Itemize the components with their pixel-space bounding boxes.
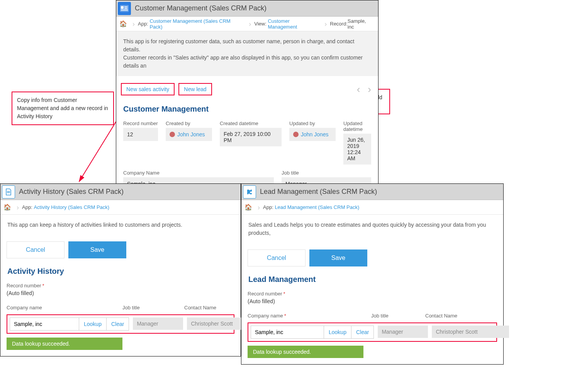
lbl-job-title: Job title xyxy=(282,170,371,176)
lbl-record-number: Record number* xyxy=(7,283,234,288)
lbl-company: Company Name xyxy=(123,170,274,176)
auto-filled-text: (Auto filled) xyxy=(7,290,234,296)
app-icon-id-card xyxy=(118,2,131,15)
bc-app-prefix: App: xyxy=(22,204,32,210)
chevron-right-icon: › xyxy=(324,20,327,27)
bc-record: Sample, inc xyxy=(348,18,373,30)
button-row-left: Cancel Save xyxy=(0,235,241,265)
next-record-icon[interactable]: › xyxy=(368,83,371,95)
app-description-right: Sales and Leads helps you to create esti… xyxy=(241,215,503,243)
lbl-created-by: Created by xyxy=(166,120,212,126)
cancel-button[interactable]: Cancel xyxy=(7,241,64,258)
cancel-button[interactable]: Cancel xyxy=(248,249,306,266)
desc-line2: Customer records in "Sales activity" app… xyxy=(123,54,371,70)
app-icon-puzzle xyxy=(243,185,256,199)
section-title: Customer Management xyxy=(116,102,378,117)
val-created-dt: Feb 27, 2019 10:00 PM xyxy=(220,128,282,146)
breadcrumb-top: 🏠 ›App: Customer Management (Sales CRM P… xyxy=(116,17,378,31)
bc-app-link[interactable]: Customer Management (Sales CRM Pack) xyxy=(149,18,244,30)
panel-lead-management: Lead Management (Sales CRM Pack) 🏠 ›App:… xyxy=(241,183,504,365)
lbl-created-dt: Created datetime xyxy=(220,120,282,126)
panel-activity-history: Activity History (Sales CRM Pack) 🏠 ›App… xyxy=(0,183,241,356)
save-button[interactable]: Save xyxy=(309,249,367,266)
avatar-icon xyxy=(170,132,175,137)
section-title-left: Activity History xyxy=(0,265,241,280)
desc-line1: This app is for registering customer dat… xyxy=(123,37,371,54)
action-row: New sales activity New lead ‹ › xyxy=(116,76,378,102)
val-record-number: 12 xyxy=(123,128,158,141)
bc-record-prefix: Record: xyxy=(330,21,348,27)
section-title-right: Lead Management xyxy=(241,273,503,288)
lbl-job-title: Job title xyxy=(122,305,169,311)
new-lead-button[interactable]: New lead xyxy=(178,83,212,95)
svg-rect-7 xyxy=(7,191,10,192)
chevron-right-icon: › xyxy=(249,20,251,27)
svg-rect-6 xyxy=(121,10,128,10)
save-button[interactable]: Save xyxy=(68,241,126,258)
lbl-contact: Contact Name xyxy=(425,313,457,319)
app-description: This app is for registering customer dat… xyxy=(116,31,378,76)
lookup-success-message: Data lookup succeeded. xyxy=(248,346,363,358)
home-icon[interactable]: 🏠 xyxy=(119,20,127,27)
lbl-company: Company name xyxy=(7,305,107,311)
button-row-right: Cancel Save xyxy=(241,243,503,273)
val-updated-by: John Jones xyxy=(289,128,336,141)
prev-record-icon[interactable]: ‹ xyxy=(357,83,360,95)
bc-app-link[interactable]: Activity History (Sales CRM Pack) xyxy=(34,204,109,210)
svg-rect-5 xyxy=(124,8,127,9)
chevron-right-icon: › xyxy=(132,20,135,27)
bc-app-prefix: App: xyxy=(138,21,148,27)
bc-app-prefix: App: xyxy=(263,204,273,210)
svg-rect-3 xyxy=(121,6,124,9)
chevron-right-icon: › xyxy=(258,204,260,211)
lbl-updated-by: Updated by xyxy=(289,120,336,126)
lbl-record-number: Record number* xyxy=(248,291,497,297)
bc-app-link[interactable]: Lead Management (Sales CRM Pack) xyxy=(275,204,359,210)
new-sales-activity-button[interactable]: New sales activity xyxy=(121,83,175,95)
val-job-title: Manager xyxy=(133,317,183,330)
lookup-button[interactable]: Lookup xyxy=(324,326,351,339)
val-updated-dt: Jun 26, 2019 12:24 AM xyxy=(343,134,371,165)
clear-button[interactable]: Clear xyxy=(106,317,129,331)
company-lookup-input[interactable] xyxy=(10,317,79,331)
avatar-icon xyxy=(293,132,299,137)
val-created-by: John Jones xyxy=(166,128,212,141)
callout-activity: Copy info from Customer Management and a… xyxy=(12,92,114,125)
svg-rect-8 xyxy=(7,192,10,193)
bc-view-prefix: View: xyxy=(254,21,266,27)
lookup-success-message: Data lookup succeeded. xyxy=(7,338,122,350)
titlebar-left: Activity History (Sales CRM Pack) xyxy=(0,184,241,200)
app-description-left: This app can keep a history of activitie… xyxy=(0,215,241,235)
val-contact: Christopher Scott xyxy=(432,326,509,338)
svg-rect-4 xyxy=(124,7,127,7)
lbl-company: Company name* xyxy=(248,313,356,319)
breadcrumb-left: 🏠 ›App: Activity History (Sales CRM Pack… xyxy=(0,200,241,215)
app-title-right: Lead Management (Sales CRM Pack) xyxy=(260,188,377,196)
val-job-title: Manager xyxy=(378,326,428,338)
lookup-button[interactable]: Lookup xyxy=(79,317,107,331)
form-block-right: Record number* (Auto filled) Company nam… xyxy=(241,291,503,364)
titlebar-right: Lead Management (Sales CRM Pack) xyxy=(241,184,503,200)
created-by-user-link[interactable]: John Jones xyxy=(177,131,205,137)
lbl-record-number: Record number xyxy=(123,120,158,126)
bc-view-link[interactable]: Customer Management xyxy=(268,18,320,30)
app-icon-document xyxy=(2,185,15,199)
home-icon[interactable]: 🏠 xyxy=(244,204,252,211)
form-block-left: Record number* (Auto filled) Company nam… xyxy=(0,283,241,356)
lbl-updated-dt: Updated datetime xyxy=(343,120,371,132)
titlebar-top: Customer Management (Sales CRM Pack) xyxy=(116,0,378,17)
lbl-contact: Contact Name xyxy=(184,305,216,311)
lookup-area-left: Lookup Clear Manager Christopher Scott xyxy=(7,314,234,334)
app-title-left: Activity History (Sales CRM Pack) xyxy=(19,188,124,196)
auto-filled-text: (Auto filled) xyxy=(248,298,497,304)
updated-by-user-link[interactable]: John Jones xyxy=(301,131,329,137)
chevron-right-icon: › xyxy=(17,204,19,211)
app-title: Customer Management (Sales CRM Pack) xyxy=(135,4,266,12)
breadcrumb-right: 🏠 ›App: Lead Management (Sales CRM Pack) xyxy=(241,200,503,215)
lbl-job-title: Job title xyxy=(371,313,410,319)
home-icon[interactable]: 🏠 xyxy=(3,204,11,211)
clear-button[interactable]: Clear xyxy=(351,326,374,339)
company-lookup-input[interactable] xyxy=(251,326,324,339)
val-contact: Christopher Scott xyxy=(187,317,245,330)
lookup-area-right: Lookup Clear Manager Christopher Scott xyxy=(248,322,497,342)
